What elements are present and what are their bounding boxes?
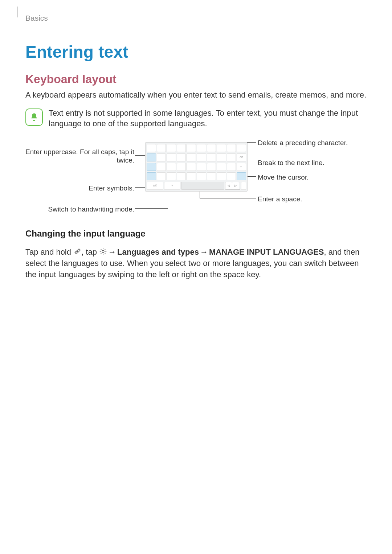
shift-key-icon [237, 172, 246, 180]
bell-icon [29, 112, 39, 122]
handwriting-key-icon: ✎ [164, 182, 181, 190]
callout-symbols: Enter symbols. [25, 184, 134, 193]
gear-icon [99, 247, 107, 254]
keyboard-graphic: ⌫ ↵ !#© ✎ ◁ ▷ [145, 142, 248, 192]
header-divider [17, 7, 18, 17]
callout-break: Break to the next line. [258, 159, 324, 167]
handwriting-icon [73, 247, 81, 254]
cursor-keys-icon: ◁ ▷ [225, 182, 240, 190]
note-icon [25, 108, 43, 126]
subsection-heading: Changing the input language [25, 229, 367, 239]
space-key-icon [181, 182, 224, 190]
instr-text: , tap [81, 247, 99, 257]
shift-key-icon [147, 153, 156, 161]
arrow-symbol: → [107, 247, 117, 258]
section-heading-keyboard-layout: Keyboard layout [25, 73, 367, 86]
note-text: Text entry is not supported in some lang… [49, 108, 367, 129]
leader-line [135, 208, 168, 209]
page-title: Entering text [25, 42, 367, 62]
backspace-key-icon: ⌫ [237, 153, 246, 161]
bold-text: Languages and types [117, 247, 199, 257]
section-body: A keyboard appears automatically when yo… [25, 90, 367, 100]
enter-key-icon: ↵ [237, 163, 246, 171]
shift-key-icon [147, 172, 156, 180]
breadcrumb: Basics [25, 14, 367, 22]
symbols-key-icon: !#© [147, 182, 163, 190]
bold-text: MANAGE INPUT LANGUAGES [209, 247, 324, 257]
instr-text: Tap and hold [25, 247, 73, 257]
note-callout: Text entry is not supported in some lang… [25, 108, 367, 129]
callout-cursor: Move the cursor. [258, 173, 309, 182]
callout-uppercase: Enter uppercase. For all caps, tap it tw… [25, 148, 134, 165]
svg-point-0 [102, 250, 104, 253]
instruction-paragraph: Tap and hold , tap → Languages and types… [25, 247, 367, 280]
keyboard-diagram: Enter uppercase. For all caps, tap it tw… [25, 138, 367, 218]
leader-line [200, 198, 256, 198]
callout-space: Enter a space. [258, 195, 302, 204]
arrow-symbol: → [199, 247, 209, 258]
manual-page: Basics Entering text Keyboard layout A k… [0, 0, 392, 554]
callout-handwriting: Switch to handwriting mode. [25, 205, 134, 214]
callout-delete: Delete a preceding character. [258, 139, 348, 147]
